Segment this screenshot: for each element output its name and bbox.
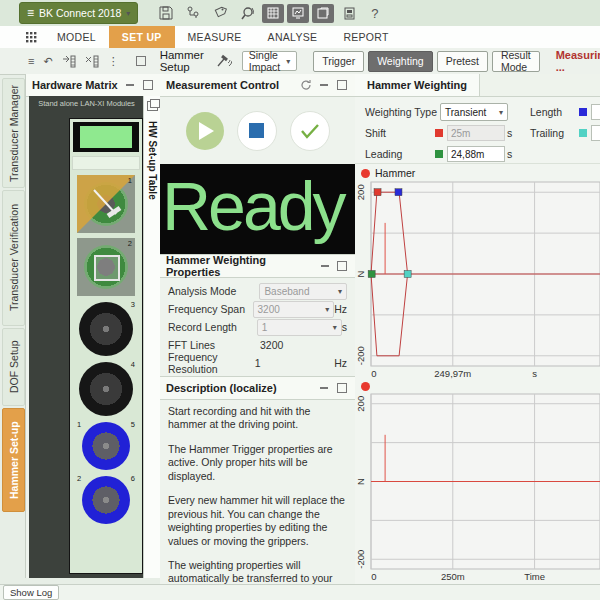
weighting-type-select[interactable]: Transient ▾ xyxy=(440,103,508,121)
weighting-window-chart[interactable]: 0249,97ms200N-200 xyxy=(355,180,600,380)
refresh-icon[interactable] xyxy=(299,79,313,91)
sidebar-item-transducer-manager[interactable]: Transducer Manager xyxy=(2,78,25,188)
sidebar-item-transducer-verification[interactable]: Transducer Verification xyxy=(2,190,25,326)
workflow-icon[interactable] xyxy=(181,3,205,23)
tab-measure[interactable]: MEASURE xyxy=(175,26,255,48)
impact-mode-value: Single Impact xyxy=(249,49,281,73)
hammer-icon xyxy=(86,184,126,224)
channel-2-accelerometer-connector[interactable]: 2 xyxy=(77,238,135,296)
svg-text:200: 200 xyxy=(355,184,366,200)
record-length-select[interactable]: 1▾ xyxy=(257,319,342,336)
monitor-view-icon[interactable] xyxy=(287,4,309,23)
trailing-marker xyxy=(579,129,587,137)
channel-5-connector[interactable]: 1 5 xyxy=(74,416,138,470)
chevron-down-icon: ▾ xyxy=(499,108,503,117)
analysis-mode-row: Analysis Mode Baseband▾ xyxy=(160,282,355,300)
hammer-legend-dot-icon xyxy=(361,169,370,178)
weighting-type-value: Transient xyxy=(445,107,486,118)
leading-input[interactable] xyxy=(447,146,505,162)
help-button[interactable]: ? xyxy=(371,6,378,21)
weighting-button[interactable]: Weighting xyxy=(368,51,433,72)
maximize-icon[interactable] xyxy=(335,382,349,394)
lanxi-module[interactable]: 1 2 3 4 xyxy=(69,118,143,574)
description-header: Description (localize) xyxy=(160,376,355,400)
maximize-icon[interactable] xyxy=(336,260,349,272)
pin-icon[interactable] xyxy=(123,79,137,91)
search-refresh-icon[interactable] xyxy=(235,3,259,23)
bnc-connector-blue xyxy=(82,476,130,524)
weighting-form: Weighting Type Transient ▾ Length Shift … xyxy=(355,97,600,164)
trailing-input[interactable] xyxy=(591,125,600,141)
app-menu-button[interactable]: ≡ BK Connect 2018 ▾ xyxy=(19,2,138,24)
hw-setup-table-tab[interactable]: HW Set-up Table xyxy=(147,121,158,200)
layout-view-icon[interactable] xyxy=(312,4,334,23)
tab-set-up[interactable]: SET UP xyxy=(109,26,175,48)
titlebar: ≡ BK Connect 2018 ▾ ? xyxy=(0,0,600,27)
stop-measurement-button[interactable] xyxy=(237,111,277,151)
grid-view-icon[interactable] xyxy=(262,4,284,23)
tab-analyse[interactable]: ANALYSE xyxy=(255,26,331,48)
unit-label: Hz xyxy=(334,303,347,315)
report-view-icon[interactable] xyxy=(337,3,361,23)
tag-icon[interactable] xyxy=(208,3,232,23)
module-label-strip xyxy=(72,156,140,170)
apps-grid-icon[interactable] xyxy=(18,26,44,48)
hammer-weighting-title: Hammer Weighting xyxy=(355,74,480,96)
float-panel-icon[interactable] xyxy=(147,101,158,111)
accept-measurement-button[interactable] xyxy=(290,111,330,151)
module-group-label: Stand alone LAN-XI Modules xyxy=(29,96,144,108)
svg-text:Time: Time xyxy=(524,571,545,582)
svg-text:200: 200 xyxy=(355,396,366,412)
tab-report[interactable]: REPORT xyxy=(330,26,401,48)
channel-1-hammer-connector[interactable]: 1 xyxy=(77,175,135,233)
trigger-button[interactable]: Trigger xyxy=(313,51,364,72)
frequency-resolution-row: Frequency Resolution 1 Hz xyxy=(160,354,355,372)
maximize-icon[interactable] xyxy=(335,79,349,91)
weighting-type-label: Weighting Type xyxy=(365,106,437,118)
shift-input[interactable] xyxy=(447,125,505,141)
channel-3-connector[interactable]: 3 xyxy=(74,296,138,356)
chevron-down-icon: ▾ xyxy=(286,57,290,66)
channel-4-connector[interactable]: 4 xyxy=(74,356,138,416)
measurement-status-display: Ready xyxy=(160,164,355,254)
impact-mode-dropdown[interactable]: Single Impact ▾ xyxy=(242,51,298,71)
fft-lines-label: FFT Lines xyxy=(168,339,260,351)
show-log-button[interactable]: Show Log xyxy=(3,585,59,600)
hammer-impact-icon xyxy=(216,52,232,70)
maximize-icon[interactable] xyxy=(141,79,155,91)
insert-rows-icon[interactable] xyxy=(62,52,76,70)
sidebar-item-dof-setup[interactable]: DOF Setup xyxy=(2,328,25,406)
pretest-button[interactable]: Pretest xyxy=(437,51,488,72)
result-mode-button[interactable]: Result Mode xyxy=(492,51,540,72)
analysis-mode-label: Analysis Mode xyxy=(168,285,259,297)
analysis-mode-select[interactable]: Baseband▾ xyxy=(259,283,347,300)
channel-6-connector[interactable]: 2 6 xyxy=(74,470,138,524)
pin-icon[interactable] xyxy=(319,260,332,272)
sidebar-item-hammer-set-up[interactable]: Hammer Set-up xyxy=(2,408,25,512)
description-text: Start recording and hit with the hammer … xyxy=(160,400,355,600)
length-input[interactable] xyxy=(591,104,600,120)
channel-number: 1 xyxy=(128,176,132,185)
hammer-pulse-chart[interactable]: 0250mTime200N-200 xyxy=(355,392,600,583)
tab-model[interactable]: MODEL xyxy=(44,26,109,48)
save-icon[interactable] xyxy=(154,3,178,23)
measurement-column: Measurement Control Ready Hammer Weighti… xyxy=(160,74,356,585)
pulse-chart-legend xyxy=(355,380,600,392)
measuring-status: Measuring ... xyxy=(556,49,600,73)
frequency-resolution-label: Frequency Resolution xyxy=(168,351,255,375)
delete-rows-icon[interactable] xyxy=(85,52,99,70)
menu-icon[interactable]: ≡ xyxy=(28,52,34,70)
expand-window-icon[interactable] xyxy=(136,52,146,70)
setup-task-sidebar: Transducer Manager Transducer Verificati… xyxy=(0,74,25,585)
record-length-value: 1 xyxy=(262,322,268,333)
frequency-span-select[interactable]: 3200▾ xyxy=(253,301,335,318)
length-label: Length xyxy=(530,106,562,118)
kebab-menu-icon[interactable]: ⋮ xyxy=(108,52,119,70)
pin-icon[interactable] xyxy=(317,382,331,394)
hammer-legend-label: Hammer xyxy=(375,167,415,179)
undo-icon[interactable]: ↶ xyxy=(43,52,52,70)
pin-icon[interactable] xyxy=(317,79,331,91)
main-area: Transducer Manager Transducer Verificati… xyxy=(0,74,600,585)
hammer-weighting-properties-header: Hammer Weighting Properties xyxy=(160,254,355,278)
start-measurement-button[interactable] xyxy=(186,112,224,150)
